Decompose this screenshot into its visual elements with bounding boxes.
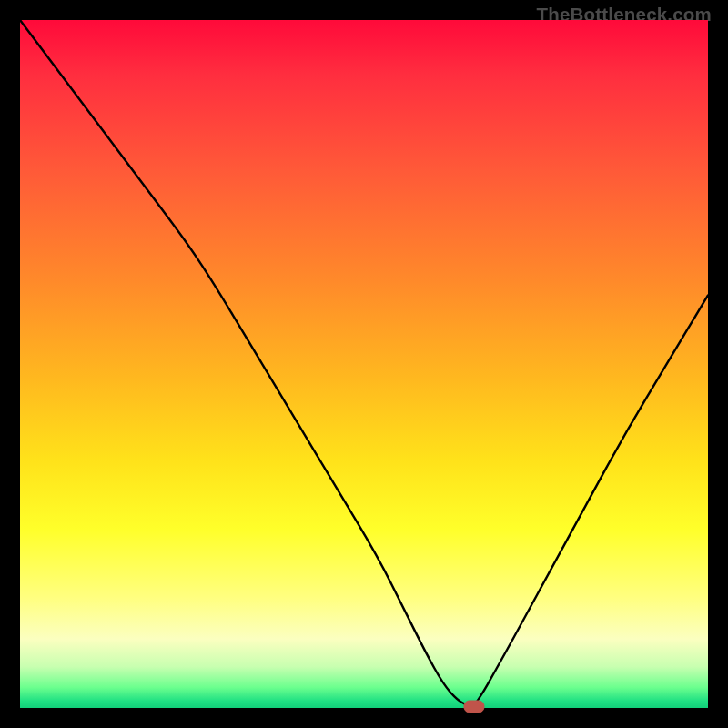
chart-frame: TheBottleneck.com <box>0 0 728 728</box>
chart-svg <box>20 20 708 708</box>
bottleneck-curve <box>20 20 708 707</box>
plot-area <box>20 20 708 708</box>
optimum-marker <box>464 701 484 713</box>
